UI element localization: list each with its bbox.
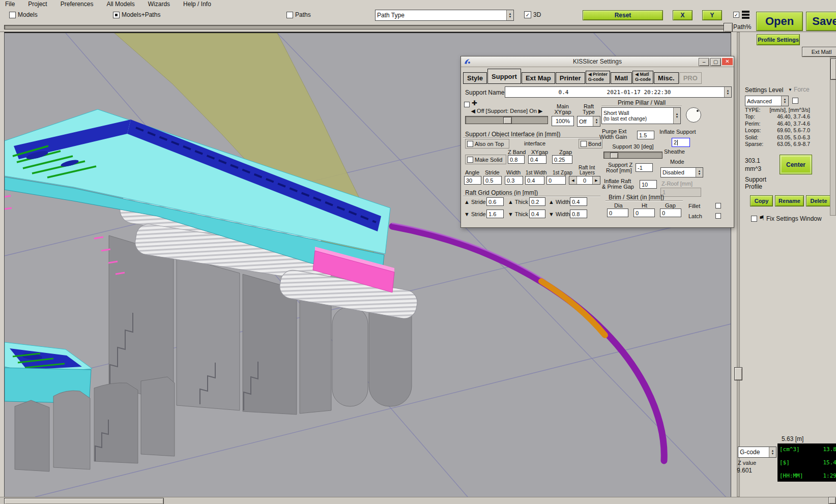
radio-paths[interactable] xyxy=(286,12,293,18)
menu-project[interactable]: Project xyxy=(28,1,47,8)
menu-wizards[interactable]: Wizards xyxy=(148,1,170,8)
make-solid-toggle[interactable]: Make Solid xyxy=(465,155,506,164)
gcode-select[interactable]: G-code ▲▼ xyxy=(738,447,776,458)
support-density-slider-thumb[interactable] xyxy=(503,117,512,124)
rename-profile-button[interactable]: Rename xyxy=(775,195,804,206)
ext-matl-button[interactable]: Ext Matl xyxy=(802,47,836,57)
also-on-top-checkbox[interactable] xyxy=(467,141,473,147)
support-z-roof-field[interactable]: -1 xyxy=(636,163,653,172)
tab-matl-gcode[interactable]: ◀ MatlG-code xyxy=(632,71,653,84)
reset-button[interactable]: Reset xyxy=(583,10,663,20)
updown-arrows-icon[interactable]: ▲▼ xyxy=(673,108,680,124)
z-slider-thumb[interactable] xyxy=(734,367,742,380)
fix-settings-window-checkbox[interactable] xyxy=(751,216,757,222)
menu-all-models[interactable]: All Models xyxy=(106,1,134,8)
first-zgap-field[interactable]: 0 xyxy=(546,176,566,185)
horizontal-scrollbar[interactable] xyxy=(0,497,836,504)
menu-file[interactable]: File xyxy=(5,1,15,8)
profile-extra-checkbox[interactable] xyxy=(464,102,470,107)
updown-arrows-icon[interactable]: ▲▼ xyxy=(593,116,600,126)
stride-field[interactable]: 0.5 xyxy=(483,176,502,185)
ht-field[interactable]: 0 xyxy=(633,209,655,217)
bond-toggle[interactable]: Bond xyxy=(579,139,602,149)
view-mode-models-paths[interactable]: Models+Paths xyxy=(113,11,160,18)
z-slider-track[interactable] xyxy=(737,32,740,497)
maximize-icon[interactable]: ▢ xyxy=(710,58,721,66)
delete-profile-button[interactable]: Delete xyxy=(806,195,831,206)
horizontal-scrollbar-thumb[interactable] xyxy=(4,498,164,504)
menu-preferences[interactable]: Preferences xyxy=(61,1,94,8)
tab-printer[interactable]: Printer xyxy=(556,72,585,84)
latch-checkbox[interactable] xyxy=(715,213,721,219)
tab-misc[interactable]: Misc. xyxy=(654,72,679,84)
support-deg-slider-thumb[interactable] xyxy=(610,153,618,159)
zgap-field[interactable]: 0.25 xyxy=(552,155,572,164)
prime-pillar-select[interactable]: Short Wall (to last ext change) ▲▼ xyxy=(601,107,681,124)
first-width-field[interactable]: 0.4 xyxy=(525,176,544,185)
view-mode-models[interactable]: Models xyxy=(9,11,38,18)
y-view-button[interactable]: Y xyxy=(702,10,722,20)
up-thick-field[interactable]: 0.2 xyxy=(529,197,545,206)
support-deg-slider[interactable] xyxy=(603,152,662,159)
close-icon[interactable]: ✕ xyxy=(722,58,733,65)
dialog-titlebar[interactable]: KISSlicer Settings – ▢ ✕ xyxy=(461,56,734,67)
make-solid-checkbox[interactable] xyxy=(467,157,473,163)
menu-help-info[interactable]: Help / Info xyxy=(183,1,211,8)
down-thick-field[interactable]: 0.4 xyxy=(529,210,545,218)
xygap-field[interactable]: 0.4 xyxy=(528,155,546,164)
up-stride-field[interactable]: 0.6 xyxy=(486,197,504,206)
decrement-icon[interactable]: ◀ xyxy=(569,176,577,184)
increment-icon[interactable]: ▶ xyxy=(592,176,600,184)
tab-printer-gcode[interactable]: ◀ PrinterG-code xyxy=(586,71,610,84)
also-on-top-toggle[interactable]: Also on Top xyxy=(465,139,509,149)
updown-arrows-icon[interactable]: ▲▼ xyxy=(769,447,776,457)
open-button[interactable]: Open xyxy=(756,12,803,31)
panel-scrollbar[interactable] xyxy=(830,57,836,216)
tab-ext-map[interactable]: Ext Map xyxy=(522,72,555,84)
profile-settings-button[interactable]: Profile Settings xyxy=(757,34,800,45)
updown-arrows-icon[interactable]: ▲▼ xyxy=(696,168,703,177)
angle-field[interactable]: 30 xyxy=(464,176,481,185)
path-percent-slider[interactable] xyxy=(4,25,732,29)
updown-arrows-icon[interactable]: ▲▼ xyxy=(781,96,788,106)
inflate-raft-field[interactable]: 10 xyxy=(640,180,657,189)
prime-location-dial[interactable] xyxy=(686,107,701,123)
x-view-button[interactable]: X xyxy=(673,10,693,20)
save-button[interactable]: Save xyxy=(806,12,836,31)
tab-support[interactable]: Support xyxy=(487,69,521,84)
inflate-support-field[interactable]: 2 xyxy=(672,138,690,147)
layer-stack-icon[interactable] xyxy=(741,10,750,20)
bond-checkbox[interactable] xyxy=(581,141,587,147)
width-field[interactable]: 0.3 xyxy=(505,176,523,185)
purge-width-gain-field[interactable]: 1.5 xyxy=(637,131,654,139)
tab-matl[interactable]: Matl xyxy=(611,72,632,84)
support-profile-select[interactable]: 0.4 2021-01-17 20:22:30 ▲▼ xyxy=(505,86,732,98)
sheathe-mode-select[interactable]: Disabled ▲▼ xyxy=(660,167,703,177)
tab-style[interactable]: Style xyxy=(463,72,487,84)
settings-level-select[interactable]: Advanced ▲▼ xyxy=(745,96,789,106)
tab-pro[interactable]: PRO xyxy=(679,72,702,84)
down-width-field[interactable]: 0.8 xyxy=(570,210,587,218)
panel-scrollbar-thumb[interactable] xyxy=(830,58,836,80)
3d-checkbox[interactable]: ✓ xyxy=(524,11,531,18)
toolbar-right-checkbox[interactable]: ✓ xyxy=(733,12,739,18)
view-mode-paths[interactable]: Paths xyxy=(286,11,311,18)
updown-arrows-icon[interactable]: ▲▼ xyxy=(724,87,731,97)
force-checkbox[interactable] xyxy=(792,98,798,104)
path-percent-slider-thumb[interactable] xyxy=(724,23,733,32)
radio-models-paths[interactable] xyxy=(113,12,120,18)
dia-field[interactable]: 0 xyxy=(607,209,628,217)
path-type-select[interactable]: Path Type ▲▼ xyxy=(375,10,514,21)
z-band-field[interactable]: 0.8 xyxy=(508,155,525,164)
raft-int-layers-stepper[interactable]: ◀ 0 ▶ xyxy=(569,176,600,185)
center-button[interactable]: Center xyxy=(780,155,812,174)
3d-toggle[interactable]: ✓ 3D xyxy=(524,11,541,18)
add-profile-icon[interactable]: ✚ xyxy=(472,99,477,107)
radio-models[interactable] xyxy=(9,12,16,18)
down-stride-field[interactable]: 1.6 xyxy=(486,210,504,218)
up-width-field[interactable]: 0.4 xyxy=(570,197,587,206)
updown-arrows-icon[interactable]: ▲▼ xyxy=(506,10,513,20)
main-xygap-field[interactable]: 100% xyxy=(552,116,574,126)
minimize-icon[interactable]: – xyxy=(699,58,709,66)
fillet-checkbox[interactable] xyxy=(715,203,721,209)
